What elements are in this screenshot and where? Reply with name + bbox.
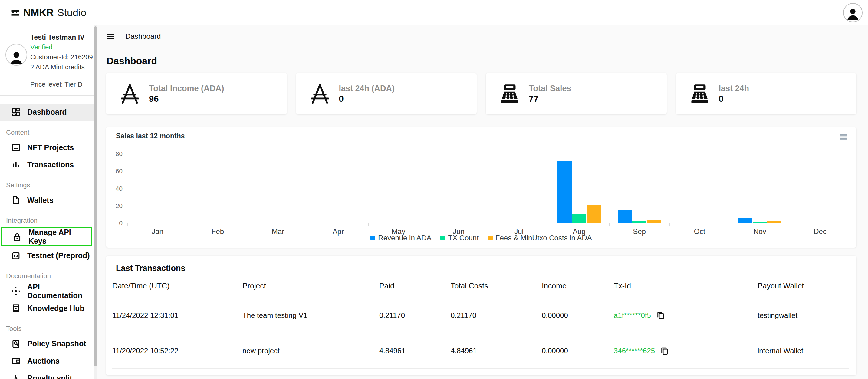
- chart-bar-revenue-in-ada-aug: [557, 161, 572, 223]
- copy-icon[interactable]: [660, 346, 669, 356]
- chart-menu-icon[interactable]: [840, 133, 847, 140]
- dashboard-icon: [11, 107, 21, 117]
- nmkr-logo-icon: [10, 7, 20, 18]
- cell-income: 0.00000: [542, 347, 614, 355]
- column-header-total-costs: Total Costs: [451, 282, 542, 290]
- user-verified-status: Verified: [30, 42, 93, 52]
- stat-card-last-24h: last 24h0: [676, 73, 857, 115]
- chart-x-tickmark: [609, 223, 610, 225]
- ada-icon: [118, 82, 142, 106]
- legend-swatch: [440, 235, 445, 240]
- chart-bar-tx-count-nov: [753, 222, 767, 223]
- sidebar-item-policy-snapshot[interactable]: Policy Snapshot: [0, 335, 94, 352]
- chart-month-label: Feb: [188, 227, 248, 236]
- chart-month-label: Jun: [429, 227, 489, 236]
- bar-chart-icon: [11, 160, 21, 169]
- brand-logo[interactable]: NMKR Studio: [10, 7, 86, 19]
- column-header-date-time-utc: Date/Time (UTC): [112, 282, 242, 290]
- chart-x-tickmark: [790, 223, 790, 225]
- chart-title: Sales last 12 months: [116, 132, 185, 140]
- section-label-documentation: Documentation: [6, 272, 97, 280]
- ada-icon: [308, 82, 332, 106]
- chart-y-tick-label: 80: [107, 150, 123, 157]
- sidebar-item-label: Knowledge Hub: [27, 304, 85, 313]
- sidebar-item-transactions[interactable]: Transactions: [0, 156, 94, 173]
- sales-chart-card: Sales last 12 months Revenue in ADATX Co…: [106, 127, 857, 248]
- chart-gridline: [127, 189, 850, 189]
- chart-month-label: Sep: [609, 227, 670, 236]
- stat-card-total-income-ada: Total Income (ADA)96: [106, 73, 287, 115]
- cell-date-time-utc: 11/24/2022 12:31:01: [112, 311, 242, 320]
- brand-name-bold: NMKR: [23, 7, 54, 19]
- sidebar-item-dashboard[interactable]: Dashboard: [0, 103, 94, 121]
- chart-bar-fees-minutxo-costs-in-ada-sep: [647, 220, 661, 223]
- chart-bar-fees-minutxo-costs-in-ada-nov: [767, 221, 781, 223]
- sidebar-item-label: Royalty split: [27, 374, 72, 379]
- column-header-payout-wallet: Payout Wallet: [757, 282, 849, 290]
- cell-payout-wallet: testingwallet: [757, 311, 849, 320]
- breadcrumb: Dashboard: [125, 32, 161, 40]
- sidebar-item-label: Transactions: [27, 160, 74, 169]
- chart-x-tickmark: [429, 223, 429, 225]
- user-name: Testi Testman IV: [30, 32, 93, 42]
- user-mint-credits: 2 ADA Mint credits: [30, 62, 93, 72]
- copy-icon[interactable]: [656, 311, 665, 320]
- sidebar-item-label: Dashboard: [27, 108, 67, 117]
- cash-register-icon: [498, 82, 522, 106]
- sidebar-scrollbar-thumb[interactable]: [94, 26, 97, 366]
- sidebar-item-manage-api-keys[interactable]: Manage API Keys: [1, 227, 92, 246]
- chart-x-tickmark: [308, 223, 308, 225]
- cell-total-costs: 0.21170: [451, 311, 542, 320]
- cell-project: The team testing V1: [242, 311, 379, 320]
- chart-month-label: Mar: [248, 227, 308, 236]
- sidebar-item-testnet-preprod[interactable]: Testnet (Preprod): [0, 247, 94, 264]
- user-price-level: Price level: Tier D: [30, 79, 93, 89]
- image-icon: [11, 143, 21, 152]
- topbar: NMKR Studio: [0, 0, 868, 25]
- sidebar-item-knowledge-hub[interactable]: Knowledge Hub: [0, 300, 94, 317]
- menu-toggle-icon[interactable]: [106, 32, 115, 41]
- stat-card-total-sales: Total Sales77: [486, 73, 667, 115]
- stat-card-value: 0: [339, 94, 395, 104]
- stat-card-value: 77: [529, 94, 571, 104]
- legend-swatch: [488, 235, 493, 240]
- sidebar-item-label: Policy Snapshot: [27, 339, 86, 348]
- chart-x-tickmark: [368, 223, 369, 225]
- sidebar-item-label: API Documentation: [27, 282, 94, 300]
- sidebar-item-label: NFT Projects: [27, 143, 74, 152]
- tx-id-link[interactable]: a1f******0f5: [614, 311, 651, 319]
- stat-card-label: last 24h (ADA): [339, 84, 395, 94]
- chart-month-label: Apr: [308, 227, 368, 236]
- sidebar-item-royalty-split[interactable]: Royalty split: [0, 370, 94, 379]
- chart-month-label: Oct: [670, 227, 730, 236]
- column-header-project: Project: [242, 282, 379, 290]
- chart-month-label: Aug: [549, 227, 609, 236]
- chart-bar-revenue-in-ada-sep: [618, 210, 632, 223]
- chart-y-tick-label: 40: [107, 185, 123, 192]
- chart-x-tickmark: [127, 223, 128, 225]
- sidebar-item-auctions[interactable]: Auctions: [0, 352, 94, 370]
- chart-y-tick-label: 0: [107, 219, 123, 227]
- cell-paid: 0.21170: [379, 311, 451, 320]
- brand-name-light: Studio: [57, 7, 86, 19]
- chart-x-tickmark: [549, 223, 549, 225]
- doc-search-icon: [11, 339, 21, 348]
- sidebar-item-nft-projects[interactable]: NFT Projects: [0, 139, 94, 156]
- tx-id-link[interactable]: 346******625: [614, 347, 655, 355]
- sidebar-item-wallets[interactable]: Wallets: [0, 192, 94, 209]
- column-header-tx-id: Tx-Id: [614, 282, 757, 290]
- chart-x-tickmark: [850, 223, 850, 225]
- chart-month-label: Jul: [489, 227, 549, 236]
- user-profile-block: Testi Testman IV Verified Customer-Id: 2…: [0, 25, 97, 89]
- column-header-paid: Paid: [379, 282, 451, 290]
- chart-bar-revenue-in-ada-nov: [738, 218, 752, 223]
- chart-y-tick-label: 60: [107, 167, 123, 175]
- account-avatar[interactable]: [843, 3, 863, 22]
- column-header-income: Income: [542, 282, 614, 290]
- chart-bar-tx-count-aug: [572, 214, 586, 223]
- cash-register-icon: [688, 82, 712, 106]
- sidebar-item-label: Manage API Keys: [28, 228, 91, 246]
- sidebar-item-label: Wallets: [27, 196, 54, 204]
- stat-card-value: 96: [149, 94, 224, 104]
- sidebar-item-api-documentation[interactable]: API Documentation: [0, 282, 94, 300]
